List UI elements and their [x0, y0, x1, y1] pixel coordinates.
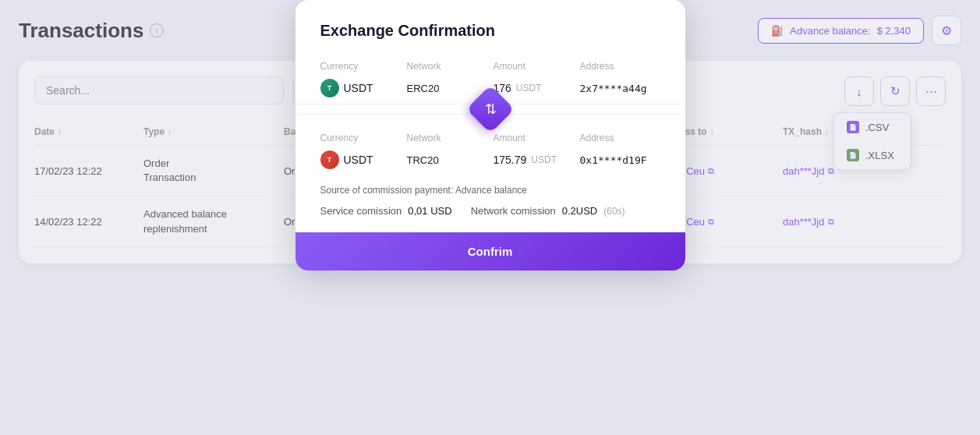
service-commission-value: 0,01 USD	[408, 205, 451, 217]
swap-icon: ⇅	[484, 102, 496, 116]
usdt-bottom-icon: T	[320, 150, 339, 169]
exchange-arrow: ⇅	[320, 92, 660, 126]
network-commission-label: Network comission	[471, 205, 556, 217]
confirm-button[interactable]: Confrim	[295, 232, 685, 271]
network-commission-time: (60s)	[603, 206, 624, 217]
modal-overlay[interactable]: Exchange Confirmation Currency Network A…	[0, 0, 980, 435]
to-address: 0x1****d19F	[580, 150, 660, 169]
to-network: TRC20	[407, 150, 487, 169]
network-label: Network	[407, 58, 487, 72]
amount-label: Amount	[494, 58, 574, 72]
exchange-to-values: T USDT TRC20 175.79 USDT 0x1****d19F	[320, 150, 660, 169]
arrow-diamond: ⇅	[465, 85, 514, 133]
service-commission-label: Service comission	[320, 205, 402, 217]
network-commission: Network comission 0.2USD (60s)	[471, 205, 625, 217]
service-commission: Service comission 0,01 USD	[320, 205, 452, 217]
to-amount-label: Amount	[494, 130, 574, 144]
commission-details: Service comission 0,01 USD Network comis…	[320, 205, 660, 217]
exchange-from-header: Currency Network Amount Address	[320, 58, 660, 72]
address-label: Address	[580, 58, 660, 72]
to-currency: T USDT	[320, 150, 401, 169]
to-network-label: Network	[407, 130, 487, 144]
modal-title: Exchange Confirmation	[320, 22, 660, 40]
to-address-label: Address	[580, 130, 660, 144]
currency-label: Currency	[320, 58, 401, 72]
to-amount: 175.79 USDT	[494, 150, 574, 169]
to-currency-label: Currency	[320, 130, 401, 144]
exchange-confirmation-modal: Exchange Confirmation Currency Network A…	[295, 0, 685, 271]
commission-note: Source of commission payment: Advance ba…	[320, 185, 660, 196]
network-commission-value: 0.2USD	[562, 205, 598, 217]
